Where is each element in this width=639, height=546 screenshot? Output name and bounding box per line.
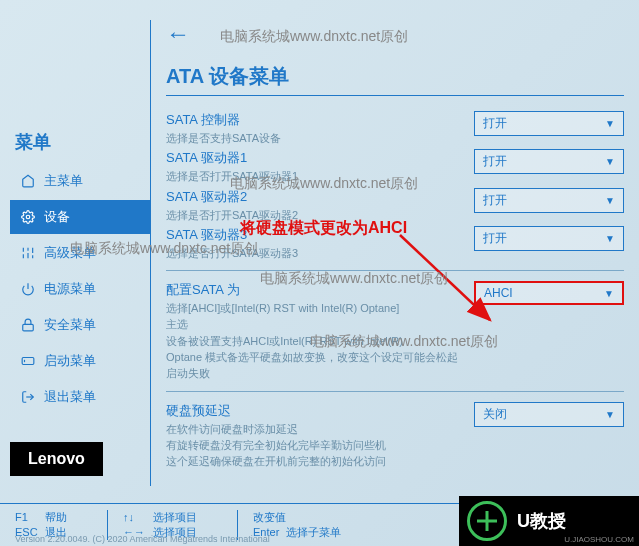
corner-sub: U.JIAOSHOU.COM: [564, 535, 634, 544]
section-divider: [166, 270, 624, 271]
sidebar-label: 主菜单: [44, 172, 83, 190]
sidebar-label: 高级菜单: [44, 244, 96, 262]
dropdown-sata-drive3[interactable]: 打开 ▼: [474, 226, 624, 251]
setting-sata-drive2: SATA 驱动器2 选择是否打开SATA驱动器2 打开 ▼: [166, 188, 624, 222]
sidebar-label: 退出菜单: [44, 388, 96, 406]
corner-text: U教授: [517, 509, 566, 533]
footer-label: 选择项目: [153, 511, 197, 523]
setting-label: SATA 驱动器1: [166, 149, 474, 167]
sidebar-item-main[interactable]: 主菜单: [10, 164, 150, 198]
setting-label: 配置SATA 为: [166, 281, 474, 299]
chevron-down-icon: ▼: [605, 195, 615, 206]
lock-icon: [20, 317, 36, 333]
corner-logo-icon: [467, 501, 507, 541]
chevron-down-icon: ▼: [605, 118, 615, 129]
footer-key: ↑↓: [123, 511, 153, 523]
gear-icon: [20, 209, 36, 225]
setting-sata-drive1: SATA 驱动器1 选择是否打开SATA驱动器1 打开 ▼: [166, 149, 624, 183]
corner-badge: U教授 U.JIAOSHOU.COM: [459, 496, 639, 546]
exit-icon: [20, 389, 36, 405]
version-text: Version 2.20.0049. (C) 2020 American Meg…: [15, 534, 270, 544]
footer-label: 帮助: [45, 511, 67, 523]
sidebar-title: 菜单: [10, 130, 150, 154]
dropdown-sata-drive2[interactable]: 打开 ▼: [474, 188, 624, 213]
setting-desc: 选择[AHCI]或[Intel(R) RST with Intel(R) Opt…: [166, 301, 474, 315]
dropdown-value: 打开: [483, 115, 507, 132]
sidebar-item-boot[interactable]: 启动菜单: [10, 344, 150, 378]
sliders-icon: [20, 245, 36, 261]
setting-desc: 有旋转硬盘没有完全初始化完毕辛勤访问些机: [166, 438, 474, 452]
annotation-text: 将硬盘模式更改为AHCI: [240, 218, 407, 239]
footer-key: F1: [15, 511, 45, 523]
sidebar-label: 设备: [44, 208, 70, 226]
chevron-down-icon: ▼: [605, 233, 615, 244]
page-title: ATA 设备菜单: [166, 63, 624, 90]
section-divider: [166, 391, 624, 392]
setting-sata-config: 配置SATA 为 选择[AHCI]或[Intel(R) RST with Int…: [166, 281, 624, 380]
home-icon: [20, 173, 36, 189]
chevron-down-icon: ▼: [604, 288, 614, 299]
sidebar-label: 电源菜单: [44, 280, 96, 298]
setting-desc: 主选: [166, 317, 474, 331]
sidebar-label: 安全菜单: [44, 316, 96, 334]
setting-desc: 设备被设置支持AHCI或Intel(R) RST with Intel(R): [166, 334, 474, 348]
dropdown-value: 打开: [483, 192, 507, 209]
setting-desc: 选择是否支持SATA设备: [166, 131, 474, 145]
svg-point-0: [26, 215, 30, 219]
dropdown-sata-drive1[interactable]: 打开 ▼: [474, 149, 624, 174]
setting-desc: 选择是否打开SATA驱动器1: [166, 169, 474, 183]
sidebar-label: 启动菜单: [44, 352, 96, 370]
power-icon: [20, 281, 36, 297]
setting-sata-controller: SATA 控制器 选择是否支持SATA设备 打开 ▼: [166, 111, 624, 145]
setting-desc: 启动失败: [166, 366, 474, 380]
setting-label: SATA 控制器: [166, 111, 474, 129]
chevron-down-icon: ▼: [605, 156, 615, 167]
title-underline: [166, 95, 624, 96]
sidebar-item-security[interactable]: 安全菜单: [10, 308, 150, 342]
chevron-down-icon: ▼: [605, 409, 615, 420]
dropdown-hdd-delay[interactable]: 关闭 ▼: [474, 402, 624, 427]
footer-label: 选择子菜单: [286, 526, 341, 538]
lenovo-logo: Lenovo: [10, 442, 103, 476]
setting-desc: 在软件访问硬盘时添加延迟: [166, 422, 474, 436]
setting-hdd-delay: 硬盘预延迟 在软件访问硬盘时添加延迟 有旋转硬盘没有完全初始化完毕辛勤访问些机 …: [166, 402, 624, 469]
setting-desc: 选择是否打开SATA驱动器3: [166, 246, 474, 260]
sidebar-item-power[interactable]: 电源菜单: [10, 272, 150, 306]
setting-label: 硬盘预延迟: [166, 402, 474, 420]
setting-label: SATA 驱动器2: [166, 188, 474, 206]
sidebar-item-device[interactable]: 设备: [10, 200, 150, 234]
footer-label: 改变值: [253, 511, 286, 523]
boot-icon: [20, 353, 36, 369]
dropdown-sata-controller[interactable]: 打开 ▼: [474, 111, 624, 136]
dropdown-sata-config[interactable]: AHCI ▼: [474, 281, 624, 305]
dropdown-value: 关闭: [483, 406, 507, 423]
sidebar-item-advanced[interactable]: 高级菜单: [10, 236, 150, 270]
setting-desc: Optane 模式备选平硬盘如故变换，改变这个设定可能会松起: [166, 350, 474, 364]
dropdown-value: AHCI: [484, 286, 513, 300]
main-panel: ← ATA 设备菜单 SATA 控制器 选择是否支持SATA设备 打开 ▼ SA…: [151, 0, 639, 546]
svg-rect-9: [22, 358, 34, 365]
setting-desc: 这个延迟确保硬盘在开机前完整的初始化访问: [166, 454, 474, 468]
dropdown-value: 打开: [483, 230, 507, 247]
back-arrow-icon[interactable]: ←: [166, 20, 190, 48]
svg-rect-8: [23, 324, 34, 330]
dropdown-value: 打开: [483, 153, 507, 170]
sidebar-item-exit[interactable]: 退出菜单: [10, 380, 150, 414]
